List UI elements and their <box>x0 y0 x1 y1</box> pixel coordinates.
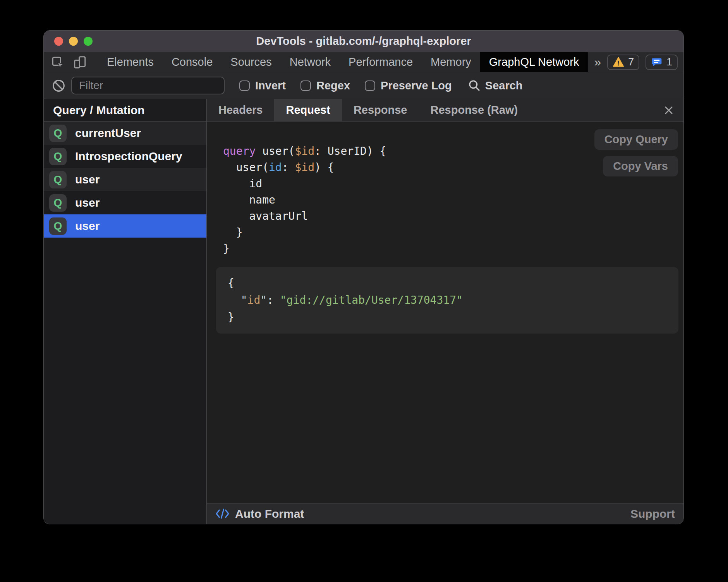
preserve-log-label: Preserve Log <box>381 79 452 92</box>
close-detail-icon[interactable] <box>663 105 674 116</box>
invert-label: Invert <box>255 79 286 92</box>
query-row-user-1[interactable]: Q user <box>44 168 206 191</box>
warning-icon <box>613 57 624 67</box>
tab-console[interactable]: Console <box>163 52 221 72</box>
query-type-badge: Q <box>49 171 67 188</box>
copy-query-button[interactable]: Copy Query <box>594 129 678 150</box>
filter-bar: Invert Regex Preserve Log Search <box>44 72 683 99</box>
query-row-label: user <box>75 219 100 233</box>
title-bar: DevTools - gitlab.com/-/graphql-explorer <box>44 31 683 52</box>
close-window-button[interactable] <box>54 37 63 46</box>
tab-headers[interactable]: Headers <box>207 99 274 121</box>
regex-checkbox-group[interactable]: Regex <box>300 79 350 92</box>
issues-badge[interactable]: 1 <box>646 55 678 70</box>
tab-memory[interactable]: Memory <box>422 52 480 72</box>
tab-network[interactable]: Network <box>281 52 340 72</box>
tab-sources[interactable]: Sources <box>221 52 280 72</box>
preserve-log-checkbox[interactable] <box>365 80 375 91</box>
tab-elements[interactable]: Elements <box>98 52 163 72</box>
regex-checkbox[interactable] <box>300 80 311 91</box>
tab-response[interactable]: Response <box>342 99 419 121</box>
warning-count: 7 <box>628 56 634 68</box>
query-row-user-3-selected[interactable]: Q user <box>44 214 206 238</box>
request-content: Copy Query Copy Vars query user($id: Use… <box>207 122 683 503</box>
devtools-window: DevTools - gitlab.com/-/graphql-explorer… <box>43 30 684 524</box>
device-toolbar-icon[interactable] <box>73 55 87 69</box>
tab-graphql-network[interactable]: GraphQL Network <box>480 52 588 72</box>
detail-tab-strip: Headers Request Response Response (Raw) <box>207 99 683 122</box>
query-row-label: user <box>75 173 100 186</box>
preserve-log-checkbox-group[interactable]: Preserve Log <box>365 79 452 92</box>
clear-block-icon[interactable] <box>52 79 65 92</box>
query-row-currentUser[interactable]: Q currentUser <box>44 122 206 145</box>
query-row-introspectionQuery[interactable]: Q IntrospectionQuery <box>44 145 206 168</box>
invert-checkbox[interactable] <box>239 80 250 91</box>
tab-response-raw[interactable]: Response (Raw) <box>419 99 530 121</box>
filter-input[interactable] <box>71 77 225 94</box>
auto-format-label: Auto Format <box>235 507 304 520</box>
minimize-window-button[interactable] <box>69 37 78 46</box>
request-detail-panel: Headers Request Response Response (Raw) … <box>207 99 683 524</box>
tab-request[interactable]: Request <box>274 99 342 121</box>
query-row-label: user <box>75 196 100 209</box>
traffic-lights <box>54 31 93 52</box>
warnings-badge[interactable]: 7 <box>607 55 639 70</box>
support-link[interactable]: Support <box>630 507 675 520</box>
message-icon <box>651 57 663 68</box>
auto-format-control[interactable]: Auto Format <box>215 507 304 520</box>
inspect-element-icon[interactable] <box>51 55 65 69</box>
query-type-badge: Q <box>49 217 67 235</box>
query-list-header: Query / Mutation <box>44 99 206 122</box>
copy-vars-button[interactable]: Copy Vars <box>603 156 678 176</box>
window-title: DevTools - gitlab.com/-/graphql-explorer <box>44 35 683 48</box>
more-tabs-chevron-icon[interactable]: » <box>588 52 607 72</box>
query-variables-box: { "id": "gid://gitlab/User/13704317"} <box>216 267 678 334</box>
query-row-user-2[interactable]: Q user <box>44 191 206 214</box>
issue-count: 1 <box>666 56 672 68</box>
search-control[interactable]: Search <box>468 79 523 92</box>
query-type-badge: Q <box>49 125 67 142</box>
query-row-label: IntrospectionQuery <box>75 150 182 163</box>
detail-footer: Auto Format Support <box>207 503 683 524</box>
regex-label: Regex <box>316 79 350 92</box>
zoom-window-button[interactable] <box>84 37 93 46</box>
query-list-panel: Query / Mutation Q currentUser Q Introsp… <box>44 99 207 524</box>
query-type-badge: Q <box>49 148 67 165</box>
search-label: Search <box>485 79 523 92</box>
code-format-icon <box>215 508 230 520</box>
devtools-tab-bar: Elements Console Sources Network Perform… <box>44 52 683 72</box>
tab-performance[interactable]: Performance <box>340 52 422 72</box>
search-icon <box>468 79 481 92</box>
query-row-label: currentUser <box>75 127 141 140</box>
query-type-badge: Q <box>49 194 67 212</box>
invert-checkbox-group[interactable]: Invert <box>239 79 286 92</box>
